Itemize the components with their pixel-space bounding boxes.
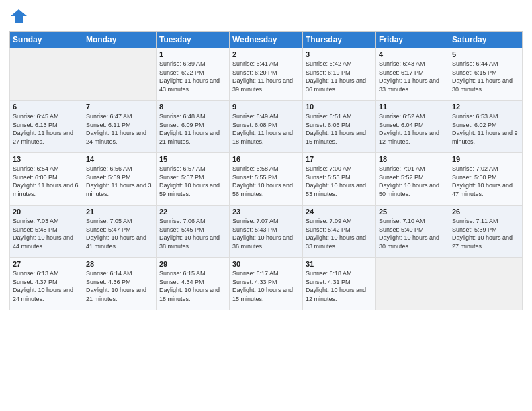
day-info: Sunrise: 6:47 AM Sunset: 6:11 PM Dayligh… [86, 112, 153, 146]
calendar-cell: 9Sunrise: 6:49 AM Sunset: 6:08 PM Daylig… [230, 101, 303, 153]
day-info: Sunrise: 6:14 AM Sunset: 4:36 PM Dayligh… [86, 269, 153, 303]
day-number: 31 [306, 260, 373, 268]
calendar-cell: 20Sunrise: 7:03 AM Sunset: 5:48 PM Dayli… [10, 205, 83, 258]
calendar-cell: 5Sunrise: 6:44 AM Sunset: 6:15 PM Daylig… [449, 48, 523, 101]
calendar-table: SundayMondayTuesdayWednesdayThursdayFrid… [9, 31, 523, 310]
day-of-week-header: Tuesday [157, 32, 230, 48]
calendar-cell: 28Sunrise: 6:14 AM Sunset: 4:36 PM Dayli… [83, 258, 157, 310]
day-info: Sunrise: 6:15 AM Sunset: 4:34 PM Dayligh… [159, 269, 226, 303]
calendar-cell: 22Sunrise: 7:06 AM Sunset: 5:45 PM Dayli… [157, 205, 230, 258]
calendar-cell: 30Sunrise: 6:17 AM Sunset: 4:33 PM Dayli… [230, 258, 303, 310]
day-info: Sunrise: 6:13 AM Sunset: 4:37 PM Dayligh… [13, 269, 80, 303]
day-number: 23 [232, 208, 300, 216]
calendar-cell: 13Sunrise: 6:54 AM Sunset: 6:00 PM Dayli… [10, 153, 83, 205]
day-info: Sunrise: 6:54 AM Sunset: 6:00 PM Dayligh… [13, 165, 80, 198]
day-number: 21 [86, 208, 153, 216]
day-number: 8 [159, 103, 226, 111]
day-number: 25 [379, 208, 446, 216]
calendar-week-row: 27Sunrise: 6:13 AM Sunset: 4:37 PM Dayli… [10, 258, 523, 310]
calendar-cell: 6Sunrise: 6:45 AM Sunset: 6:13 PM Daylig… [10, 101, 83, 153]
day-info: Sunrise: 7:01 AM Sunset: 5:52 PM Dayligh… [379, 165, 446, 198]
calendar-cell: 18Sunrise: 7:01 AM Sunset: 5:52 PM Dayli… [376, 153, 449, 205]
day-number: 20 [13, 208, 80, 216]
day-info: Sunrise: 6:41 AM Sunset: 6:20 PM Dayligh… [232, 60, 300, 93]
page-header [9, 7, 523, 26]
day-info: Sunrise: 7:11 AM Sunset: 5:39 PM Dayligh… [452, 217, 519, 250]
day-info: Sunrise: 7:06 AM Sunset: 5:45 PM Dayligh… [159, 217, 226, 250]
calendar-cell: 8Sunrise: 6:48 AM Sunset: 6:09 PM Daylig… [157, 101, 230, 153]
day-number: 5 [452, 50, 519, 58]
calendar-cell: 1Sunrise: 6:39 AM Sunset: 6:22 PM Daylig… [157, 48, 230, 101]
calendar-cell: 12Sunrise: 6:53 AM Sunset: 6:02 PM Dayli… [449, 101, 523, 153]
logo [9, 7, 31, 26]
calendar-week-row: 1Sunrise: 6:39 AM Sunset: 6:22 PM Daylig… [10, 48, 523, 101]
calendar-cell: 16Sunrise: 6:58 AM Sunset: 5:55 PM Dayli… [230, 153, 303, 205]
calendar-cell: 3Sunrise: 6:42 AM Sunset: 6:19 PM Daylig… [303, 48, 376, 101]
day-info: Sunrise: 6:39 AM Sunset: 6:22 PM Dayligh… [159, 60, 226, 93]
day-info: Sunrise: 7:03 AM Sunset: 5:48 PM Dayligh… [13, 217, 80, 250]
day-number: 12 [452, 103, 519, 111]
day-number: 27 [13, 260, 80, 268]
day-of-week-header: Saturday [449, 32, 523, 48]
day-info: Sunrise: 6:56 AM Sunset: 5:59 PM Dayligh… [86, 165, 153, 198]
day-info: Sunrise: 6:18 AM Sunset: 4:31 PM Dayligh… [306, 269, 373, 303]
day-number: 24 [306, 208, 373, 216]
calendar-cell: 19Sunrise: 7:02 AM Sunset: 5:50 PM Dayli… [449, 153, 523, 205]
day-info: Sunrise: 6:48 AM Sunset: 6:09 PM Dayligh… [159, 112, 226, 146]
day-info: Sunrise: 6:45 AM Sunset: 6:13 PM Dayligh… [13, 112, 80, 146]
day-info: Sunrise: 6:52 AM Sunset: 6:04 PM Dayligh… [379, 112, 446, 146]
day-number: 18 [379, 155, 446, 163]
calendar-cell: 31Sunrise: 6:18 AM Sunset: 4:31 PM Dayli… [303, 258, 376, 310]
day-number: 3 [306, 50, 373, 58]
calendar-cell: 21Sunrise: 7:05 AM Sunset: 5:47 PM Dayli… [83, 205, 157, 258]
calendar-cell: 23Sunrise: 7:07 AM Sunset: 5:43 PM Dayli… [230, 205, 303, 258]
day-number: 26 [452, 208, 519, 216]
day-number: 10 [306, 103, 373, 111]
calendar-cell [449, 258, 523, 310]
day-of-week-header: Thursday [303, 32, 376, 48]
day-of-week-header: Sunday [10, 32, 83, 48]
day-number: 29 [159, 260, 226, 268]
day-number: 11 [379, 103, 446, 111]
day-number: 13 [13, 155, 80, 163]
calendar-week-row: 20Sunrise: 7:03 AM Sunset: 5:48 PM Dayli… [10, 205, 523, 258]
day-info: Sunrise: 7:07 AM Sunset: 5:43 PM Dayligh… [232, 217, 300, 250]
day-number: 4 [379, 50, 446, 58]
day-number: 2 [232, 50, 300, 58]
calendar-cell: 7Sunrise: 6:47 AM Sunset: 6:11 PM Daylig… [83, 101, 157, 153]
day-info: Sunrise: 7:02 AM Sunset: 5:50 PM Dayligh… [452, 165, 519, 198]
calendar-cell: 17Sunrise: 7:00 AM Sunset: 5:53 PM Dayli… [303, 153, 376, 205]
calendar-cell: 11Sunrise: 6:52 AM Sunset: 6:04 PM Dayli… [376, 101, 449, 153]
day-number: 17 [306, 155, 373, 163]
day-number: 19 [452, 155, 519, 163]
calendar-cell: 24Sunrise: 7:09 AM Sunset: 5:42 PM Dayli… [303, 205, 376, 258]
day-info: Sunrise: 6:17 AM Sunset: 4:33 PM Dayligh… [232, 269, 300, 303]
day-of-week-header: Monday [83, 32, 157, 48]
calendar-cell: 10Sunrise: 6:51 AM Sunset: 6:06 PM Dayli… [303, 101, 376, 153]
day-info: Sunrise: 6:42 AM Sunset: 6:19 PM Dayligh… [306, 60, 373, 93]
calendar-cell: 4Sunrise: 6:43 AM Sunset: 6:17 PM Daylig… [376, 48, 449, 101]
calendar-cell [376, 258, 449, 310]
day-number: 7 [86, 103, 153, 111]
day-number: 22 [159, 208, 226, 216]
day-number: 16 [232, 155, 300, 163]
calendar-cell: 29Sunrise: 6:15 AM Sunset: 4:34 PM Dayli… [157, 258, 230, 310]
day-of-week-header: Friday [376, 32, 449, 48]
day-number: 30 [232, 260, 300, 268]
calendar-cell: 27Sunrise: 6:13 AM Sunset: 4:37 PM Dayli… [10, 258, 83, 310]
day-number: 15 [159, 155, 226, 163]
calendar-cell [83, 48, 157, 101]
calendar-cell: 26Sunrise: 7:11 AM Sunset: 5:39 PM Dayli… [449, 205, 523, 258]
day-number: 14 [86, 155, 153, 163]
day-number: 1 [159, 50, 226, 58]
calendar-week-row: 6Sunrise: 6:45 AM Sunset: 6:13 PM Daylig… [10, 101, 523, 153]
day-info: Sunrise: 7:00 AM Sunset: 5:53 PM Dayligh… [306, 165, 373, 198]
day-info: Sunrise: 6:49 AM Sunset: 6:08 PM Dayligh… [232, 112, 300, 146]
day-info: Sunrise: 7:05 AM Sunset: 5:47 PM Dayligh… [86, 217, 153, 250]
calendar-cell: 25Sunrise: 7:10 AM Sunset: 5:40 PM Dayli… [376, 205, 449, 258]
day-number: 9 [232, 103, 300, 111]
calendar-cell: 15Sunrise: 6:57 AM Sunset: 5:57 PM Dayli… [157, 153, 230, 205]
day-info: Sunrise: 6:58 AM Sunset: 5:55 PM Dayligh… [232, 165, 300, 198]
day-of-week-header: Wednesday [230, 32, 303, 48]
page-container: SundayMondayTuesdayWednesdayThursdayFrid… [0, 0, 532, 317]
